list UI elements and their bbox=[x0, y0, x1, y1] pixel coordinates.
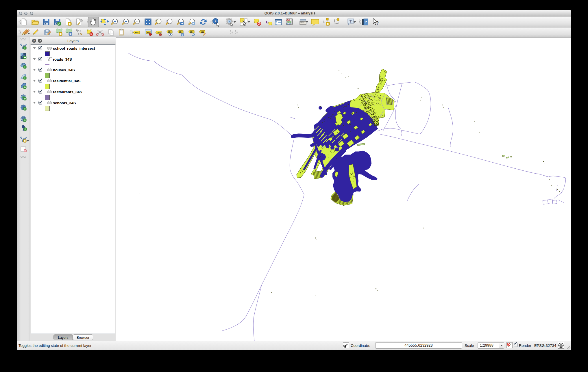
svg-text:1:1: 1:1 bbox=[136, 21, 138, 23]
svg-text:abc: abc bbox=[135, 31, 139, 34]
svg-text:T: T bbox=[350, 19, 352, 23]
svg-text:?: ? bbox=[376, 20, 379, 26]
svg-text:abc: abc bbox=[168, 31, 171, 33]
svg-text:abc: abc bbox=[201, 31, 204, 33]
svg-text:abc: abc bbox=[190, 31, 193, 33]
svg-text:ab: ab bbox=[158, 31, 160, 34]
svg-text:ε: ε bbox=[266, 18, 268, 25]
svg-text:ab: ab bbox=[147, 31, 150, 34]
svg-text:abc: abc bbox=[179, 31, 182, 33]
svg-text:?: ? bbox=[365, 20, 367, 24]
